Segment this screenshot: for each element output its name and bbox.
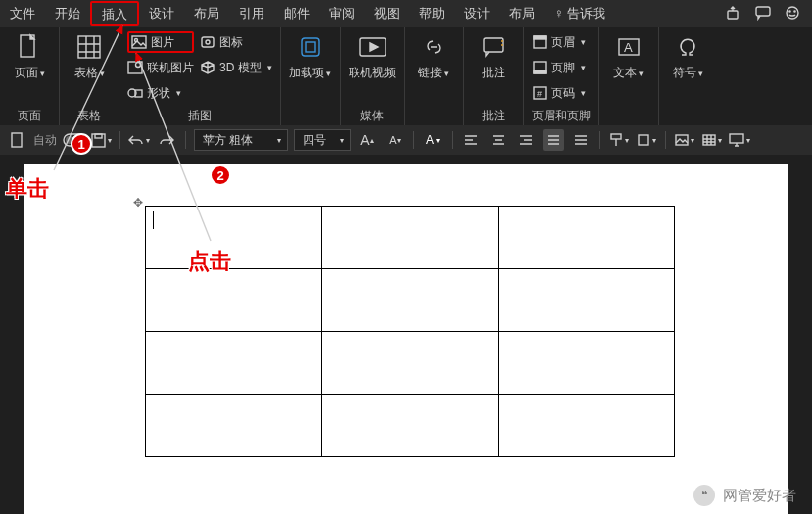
align-justify-icon[interactable] <box>543 129 564 151</box>
undo-icon[interactable]: ▾ <box>128 129 150 151</box>
svg-rect-6 <box>78 36 100 58</box>
svg-rect-33 <box>639 135 648 145</box>
font-name-value: 苹方 粗体 <box>203 132 253 149</box>
quick-access-toolbar: 自动 ▾ ▾ 苹方 粗体▾ 四号▾ A▴ A▾ A▾ ▾ ▾ ▾ ▾ ▾ <box>0 125 812 155</box>
new-doc-icon[interactable] <box>6 129 27 151</box>
group-links-label <box>412 108 455 123</box>
group-illustrations-label: 插图 <box>127 108 272 123</box>
ribbon: 页面▾ 页面 表格▾ 表格 图片 联机图片 <box>0 27 812 125</box>
table-move-handle[interactable]: ✥ <box>133 196 143 210</box>
autosave-toggle[interactable] <box>63 129 84 151</box>
tab-view[interactable]: 视图 <box>364 0 409 27</box>
shapes-button[interactable]: 形状▾ <box>127 82 194 104</box>
group-symbols-label <box>667 108 710 123</box>
svg-rect-16 <box>306 42 315 52</box>
document-table[interactable] <box>145 206 675 457</box>
font-name-select[interactable]: 苹方 粗体▾ <box>194 129 288 151</box>
table-button[interactable]: 表格▾ <box>68 29 111 81</box>
shrink-font-icon[interactable]: A▾ <box>384 129 406 151</box>
picture-icon <box>131 34 147 50</box>
group-illustrations: 图片 联机图片 形状▾ 图标 3D 模型▾ <box>119 27 281 125</box>
comments-icon[interactable] <box>755 5 771 23</box>
font-size-select[interactable]: 四号▾ <box>294 129 351 151</box>
align-distributed-icon[interactable] <box>570 129 592 151</box>
pagenumber-button[interactable]: # 页码▾ <box>532 82 586 104</box>
svg-rect-35 <box>703 135 715 145</box>
svg-rect-13 <box>202 37 214 47</box>
shape-fill-icon[interactable]: ▾ <box>636 129 657 151</box>
tab-design[interactable]: 设计 <box>139 0 184 27</box>
text-label: 文本 <box>613 66 637 79</box>
tab-file[interactable]: 文件 <box>0 0 45 27</box>
align-right-icon[interactable] <box>515 129 537 151</box>
screen-tool-icon[interactable]: ▾ <box>729 129 750 151</box>
share-icon[interactable] <box>726 5 741 23</box>
save-icon[interactable]: ▾ <box>90 129 112 151</box>
tab-table-layout[interactable]: 布局 <box>500 0 545 27</box>
svg-point-2 <box>787 7 798 19</box>
tab-review[interactable]: 审阅 <box>319 0 364 27</box>
table-row[interactable] <box>146 332 675 395</box>
group-headerfooter: 页眉▾ 页脚▾ # 页码▾ 页眉和页脚 <box>524 27 599 125</box>
online-video-button[interactable]: 联机视频 <box>349 29 396 81</box>
redo-icon[interactable] <box>156 129 177 151</box>
3d-models-label: 3D 模型 <box>219 60 262 76</box>
group-text-label <box>607 108 650 123</box>
tab-mailings[interactable]: 邮件 <box>274 0 319 27</box>
pictures-label: 图片 <box>151 34 174 51</box>
tab-insert[interactable]: 插入 <box>90 1 139 26</box>
tab-references[interactable]: 引用 <box>229 0 274 27</box>
font-size-value: 四号 <box>303 132 326 149</box>
pages-button[interactable]: 页面▾ <box>8 29 51 81</box>
smiley-icon[interactable] <box>785 5 800 23</box>
pictures-button[interactable]: 图片 <box>127 31 194 53</box>
tab-tellme[interactable]: ♀ 告诉我 <box>545 0 615 27</box>
grow-font-icon[interactable]: A▴ <box>357 129 378 151</box>
table-row[interactable] <box>146 207 675 269</box>
footer-button[interactable]: 页脚▾ <box>532 57 586 78</box>
svg-rect-15 <box>302 38 319 56</box>
tab-home[interactable]: 开始 <box>45 0 90 27</box>
table-label: 表格 <box>74 66 98 79</box>
textbox-icon: A <box>615 33 643 61</box>
links-button[interactable]: 链接▾ <box>412 29 455 81</box>
svg-point-4 <box>794 10 795 11</box>
table-tool-icon[interactable]: ▾ <box>701 129 723 151</box>
online-pictures-button[interactable]: 联机图片 <box>127 57 194 78</box>
comment-button[interactable]: 批注 <box>472 29 515 81</box>
tab-help[interactable]: 帮助 <box>409 0 454 27</box>
tab-table-design[interactable]: 设计 <box>454 0 500 27</box>
align-center-icon[interactable] <box>488 129 509 151</box>
svg-rect-31 <box>95 134 102 138</box>
watermark-text: 网管爱好者 <box>723 487 796 505</box>
svg-rect-7 <box>132 36 146 48</box>
watermark: ❝ 网管爱好者 <box>693 485 796 506</box>
font-color-icon[interactable]: A▾ <box>422 129 444 151</box>
table-row[interactable] <box>146 395 675 457</box>
table-row[interactable] <box>146 269 675 332</box>
header-button[interactable]: 页眉▾ <box>532 31 586 53</box>
autosave-label: 自动 <box>33 132 57 149</box>
3d-models-button[interactable]: 3D 模型▾ <box>200 57 272 78</box>
document-page[interactable]: ✥ <box>24 164 788 514</box>
picture-tool-icon[interactable]: ▾ <box>674 129 695 151</box>
svg-rect-0 <box>728 11 738 19</box>
symbol-button[interactable]: 符号▾ <box>667 29 710 81</box>
addins-button[interactable]: 加载项▾ <box>289 29 332 81</box>
shapes-icon <box>127 85 143 101</box>
omega-icon <box>675 33 702 61</box>
format-painter-icon[interactable]: ▾ <box>608 129 630 151</box>
cube-icon <box>200 60 215 75</box>
group-tables-label: 表格 <box>68 108 111 123</box>
svg-rect-20 <box>534 36 546 39</box>
video-icon <box>358 33 386 61</box>
group-headerfooter-label: 页眉和页脚 <box>532 108 591 123</box>
header-label: 页眉 <box>551 34 575 51</box>
svg-point-10 <box>136 63 141 68</box>
online-video-label: 联机视频 <box>349 65 396 81</box>
align-left-icon[interactable] <box>460 129 482 151</box>
tab-layout[interactable]: 布局 <box>184 0 229 27</box>
icons-button[interactable]: 图标 <box>200 31 272 53</box>
text-button[interactable]: A 文本▾ <box>607 29 650 81</box>
group-media-label: 媒体 <box>349 108 396 123</box>
